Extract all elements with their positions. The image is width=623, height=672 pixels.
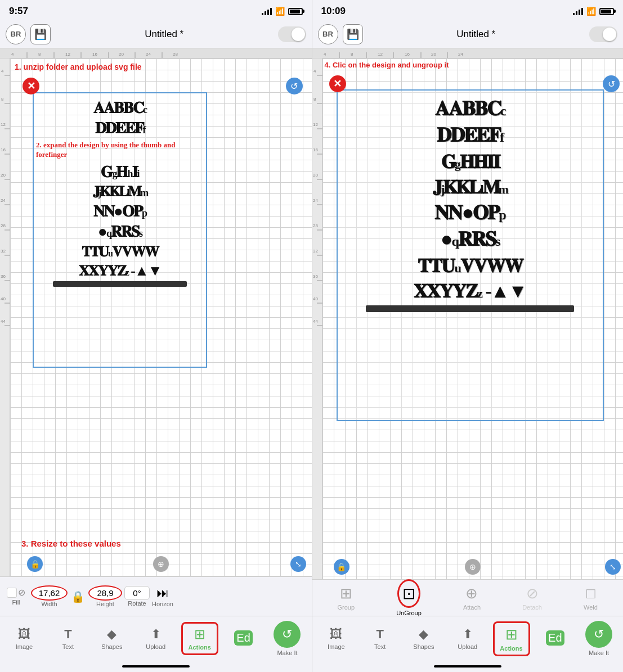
tab-image-label-left: Image (16, 643, 33, 650)
tab-makeit-label-right: Make It (589, 650, 609, 656)
save-button-right[interactable]: 💾 (343, 24, 363, 44)
symbol-handle-left[interactable]: ⊕ (153, 556, 169, 572)
left-toolbar-title: Untitled * (55, 29, 274, 40)
attach-action[interactable]: ⊕ Attach (463, 585, 481, 611)
ruler-marks-vert-right: 4 8 12 16 20 24 28 32 36 40 44 (312, 58, 322, 480)
svg-text:20: 20 (1, 173, 6, 178)
lock-handle-left[interactable]: 🔒 (27, 556, 43, 572)
left-tab-bar: 🖼 Image T Text ◆ Shapes ⬆ Upload ⊞ Actio… (0, 616, 312, 661)
svg-text:24: 24 (313, 198, 318, 203)
height-value[interactable]: 28,9 (88, 585, 122, 601)
right-status-bar: 10:09 📶 (312, 0, 624, 20)
makeit-btn-right[interactable]: ↺ (585, 621, 612, 648)
tab-edit-right[interactable]: Ed (541, 630, 569, 647)
rotate-prop[interactable]: 0° Rotate (124, 586, 150, 607)
tab-actions-right[interactable]: ⊞ Actions (497, 626, 526, 652)
group-action[interactable]: ⊞ Group (338, 585, 355, 611)
tab-edit-left[interactable]: Ed (230, 630, 258, 647)
right-actions-bar: ⊞ Group ⊡ UnGroup ⊕ Attach ⊘ Detach □ We… (312, 579, 624, 616)
design-container-right[interactable]: 𝐀𝐀𝐁𝐁𝐂c 𝐃𝐃𝐄𝐄𝐅f 𝐆g𝐇𝐇𝐈𝐈 𝐉j𝐊𝐊𝐋l𝐌m 𝐍𝐍●𝐎𝐏p ●q𝐑… (337, 89, 604, 421)
svg-text:4: 4 (1, 69, 4, 74)
ruler-marks-vert-left: 4 8 12 16 20 24 28 32 36 40 44 (0, 58, 10, 452)
fill-item[interactable]: ⊘ Fill (3, 587, 29, 606)
svg-text:28: 28 (313, 223, 318, 228)
br-button-right[interactable]: BR (318, 24, 338, 44)
scale-handle-left[interactable]: ⤡ (290, 556, 306, 572)
save-button-left[interactable]: 💾 (30, 24, 51, 44)
left-canvas-grid[interactable]: 1. unzip folder and upload svg file ✕ ↺ … (10, 58, 312, 576)
svg-text:36: 36 (313, 274, 318, 279)
right-canvas-area: 4 8 12 16 20 24 28 32 36 40 44 (312, 58, 624, 579)
scale-handle-right[interactable]: ⤡ (605, 559, 621, 575)
left-properties-bar: ⊘ Fill 17,62 Width 🔒 28,9 Height 0° Rota… (0, 576, 312, 616)
rotate-handle-right[interactable]: ↺ (603, 75, 620, 92)
battery-icon (288, 8, 303, 15)
svg-text:20: 20 (119, 52, 124, 57)
rotate-handle-left[interactable]: ↺ (286, 78, 303, 94)
design-container-left[interactable]: 𝐀𝐀𝐁𝐁𝐂c 𝐃𝐃𝐄𝐄𝐅f 2. expand the design by us… (33, 92, 207, 368)
tab-upload-left[interactable]: ⬆ Upload (142, 627, 170, 650)
edit-icon-left: Ed (234, 630, 252, 646)
makeit-btn-left[interactable]: ↺ (274, 621, 301, 648)
left-ruler-vertical: 4 8 12 16 20 24 28 32 36 40 44 (0, 58, 10, 576)
tab-shapes-right[interactable]: ◆ Shapes (410, 627, 438, 650)
weld-action[interactable]: □ Weld (584, 585, 598, 611)
tab-text-right[interactable]: T Text (366, 627, 394, 650)
actions-icon-left: ⊞ (194, 626, 205, 642)
svg-text:12: 12 (378, 52, 383, 57)
tab-makeit-left[interactable]: ↺ Make It (273, 621, 301, 656)
horizon-prop[interactable]: ⏭ Horizon (152, 586, 173, 607)
left-toolbar: BR 💾 Untitled * (0, 20, 312, 48)
svg-text:12: 12 (65, 52, 70, 57)
svg-text:16: 16 (92, 52, 97, 57)
svg-text:8: 8 (313, 97, 316, 102)
right-canvas-grid[interactable]: 4. Clic on the design and ungroup it ✕ ↺… (322, 58, 624, 579)
left-status-bar: 9:57 📶 (0, 0, 312, 20)
detach-action[interactable]: ⊘ Detach (522, 585, 542, 611)
ungroup-label: UnGroup (396, 610, 422, 616)
group-label: Group (338, 604, 355, 611)
group-icon: ⊞ (340, 585, 352, 602)
image-icon-left: 🖼 (18, 627, 30, 642)
toggle-left[interactable] (278, 26, 306, 42)
tab-image-left[interactable]: 🖼 Image (10, 627, 38, 650)
tab-shapes-left[interactable]: ◆ Shapes (98, 627, 126, 650)
tab-actions-label-right: Actions (500, 645, 522, 652)
delete-handle-right[interactable]: ✕ (329, 75, 346, 92)
upload-icon-right: ⬆ (463, 627, 473, 642)
ungroup-action[interactable]: ⊡ UnGroup (396, 579, 422, 616)
tab-makeit-right[interactable]: ↺ Make It (585, 621, 613, 656)
tab-image-right[interactable]: 🖼 Image (322, 627, 350, 650)
text-icon-left: T (64, 627, 71, 642)
width-value[interactable]: 17,62 (31, 585, 68, 601)
svg-text:8: 8 (351, 52, 353, 57)
instruction-1: 1. unzip folder and upload svg file (15, 62, 142, 72)
instruction-2: 2. expand the design by using the thumb … (36, 141, 194, 160)
symbol-handle-right[interactable]: ⊕ (465, 559, 481, 575)
weld-icon: □ (586, 585, 595, 602)
tab-upload-label-right: Upload (458, 643, 477, 650)
instruction-3: 3. Resize to these values (21, 539, 121, 548)
right-ruler-vertical: 4 8 12 16 20 24 28 32 36 40 44 (312, 58, 322, 579)
tab-upload-right[interactable]: ⬆ Upload (454, 627, 482, 650)
left-phone-panel: 9:57 📶 BR 💾 Untitled * 4 8 (0, 0, 312, 672)
lock-prop[interactable]: 🔒 (70, 590, 86, 603)
svg-text:8: 8 (38, 52, 41, 57)
toggle-right[interactable] (589, 26, 617, 42)
detach-label: Detach (522, 604, 542, 611)
svg-text:44: 44 (1, 319, 6, 324)
width-prop[interactable]: 17,62 Width (31, 585, 68, 607)
lock-handle-right[interactable]: 🔒 (334, 559, 349, 575)
svg-text:8: 8 (1, 97, 4, 102)
tab-shapes-label-left: Shapes (101, 643, 122, 650)
svg-text:4: 4 (11, 52, 14, 57)
delete-handle-left[interactable]: ✕ (23, 78, 39, 94)
left-canvas-area: 4 8 12 16 20 24 28 32 36 40 44 (0, 58, 312, 576)
tab-text-label-left: Text (62, 643, 74, 650)
br-button-left[interactable]: BR (6, 24, 26, 44)
rotate-value[interactable]: 0° (124, 586, 150, 600)
tab-text-left[interactable]: T Text (54, 627, 82, 650)
tab-actions-left[interactable]: ⊞ Actions (186, 626, 214, 651)
height-prop[interactable]: 28,9 Height (88, 585, 122, 607)
tab-upload-label-left: Upload (146, 643, 165, 650)
